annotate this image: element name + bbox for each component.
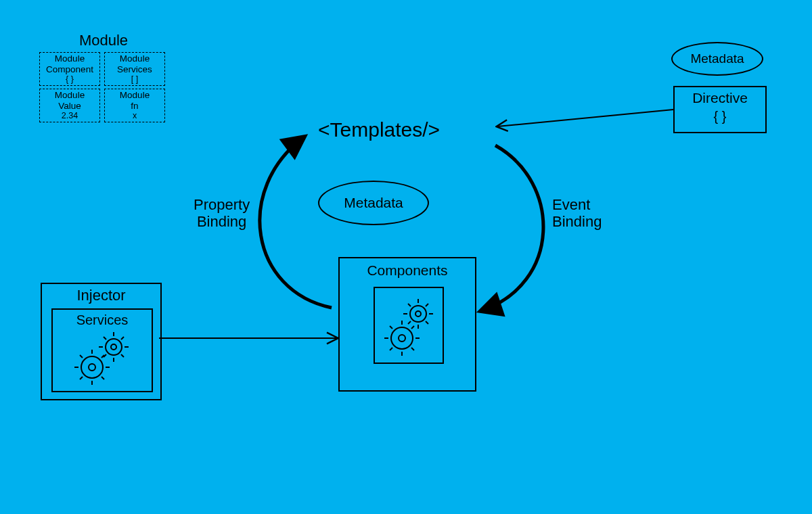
svg-line-38 bbox=[102, 377, 104, 379]
module-cell-line: Value bbox=[58, 101, 81, 112]
svg-line-8 bbox=[426, 321, 428, 324]
module-cell-line: Component bbox=[46, 64, 93, 75]
metadata-top-label: Metadata bbox=[690, 51, 744, 66]
property-binding-label: Property Binding bbox=[194, 196, 250, 231]
templates-label: <Templates/> bbox=[318, 118, 440, 142]
directive-sub: { } bbox=[675, 109, 765, 124]
svg-line-6 bbox=[426, 304, 428, 306]
module-cell-line: Module bbox=[55, 53, 85, 64]
event-binding-label: Event Binding bbox=[552, 196, 602, 231]
metadata-center-label: Metadata bbox=[344, 195, 403, 211]
module-cell-fn: Module fn x bbox=[104, 89, 165, 122]
metadata-center-ellipse: Metadata bbox=[318, 181, 429, 225]
module-cell-line: Module bbox=[55, 90, 85, 101]
svg-point-10 bbox=[391, 327, 413, 349]
svg-point-21 bbox=[111, 344, 116, 350]
directive-title: Directive bbox=[675, 90, 765, 106]
svg-line-16 bbox=[411, 326, 414, 329]
arrow-event-binding bbox=[480, 145, 543, 311]
svg-point-30 bbox=[81, 356, 103, 378]
module-cell-component: Module Component { } bbox=[39, 52, 100, 86]
components-box: Components bbox=[338, 257, 476, 392]
module-cell-services: Module Services [ ] bbox=[104, 52, 165, 86]
svg-point-20 bbox=[106, 339, 122, 355]
module-cell-value: Module Value 2.34 bbox=[39, 89, 100, 122]
svg-line-9 bbox=[408, 304, 411, 306]
svg-point-31 bbox=[89, 364, 95, 371]
svg-line-18 bbox=[411, 348, 414, 350]
arrow-property-binding bbox=[260, 137, 332, 308]
svg-point-1 bbox=[415, 311, 421, 317]
module-cell-sub: [ ] bbox=[131, 74, 138, 84]
components-inner-box bbox=[374, 287, 444, 364]
svg-line-37 bbox=[80, 377, 83, 379]
svg-line-28 bbox=[121, 354, 124, 357]
injector-box: Injector Services bbox=[41, 283, 162, 400]
injector-title: Injector bbox=[42, 287, 160, 304]
module-cell-sub: x bbox=[133, 111, 137, 120]
module-cell-line: Module bbox=[120, 53, 150, 64]
svg-point-0 bbox=[410, 306, 426, 322]
svg-line-19 bbox=[390, 326, 392, 329]
svg-line-39 bbox=[80, 355, 83, 358]
svg-line-26 bbox=[121, 337, 124, 340]
module-cell-line: fn bbox=[131, 101, 138, 112]
diagram-stage: Module Module Component { } Module Servi… bbox=[0, 0, 812, 514]
module-cell-line: Services bbox=[117, 64, 152, 75]
module-panel: Module Module Component { } Module Servi… bbox=[39, 32, 168, 52]
arrow-directive-to-templates bbox=[497, 110, 673, 126]
components-title: Components bbox=[340, 262, 475, 279]
module-cell-sub: { } bbox=[66, 74, 74, 84]
services-box: Services bbox=[51, 308, 153, 392]
directive-box: Directive { } bbox=[673, 86, 767, 133]
svg-point-11 bbox=[399, 335, 405, 342]
module-cell-sub: 2.34 bbox=[62, 111, 78, 120]
svg-line-36 bbox=[102, 355, 104, 358]
module-panel-title: Module bbox=[39, 32, 168, 49]
module-cell-line: Module bbox=[120, 90, 150, 101]
metadata-top-ellipse: Metadata bbox=[671, 42, 763, 76]
svg-line-29 bbox=[104, 337, 106, 340]
svg-line-7 bbox=[408, 321, 411, 324]
svg-line-17 bbox=[390, 348, 392, 350]
